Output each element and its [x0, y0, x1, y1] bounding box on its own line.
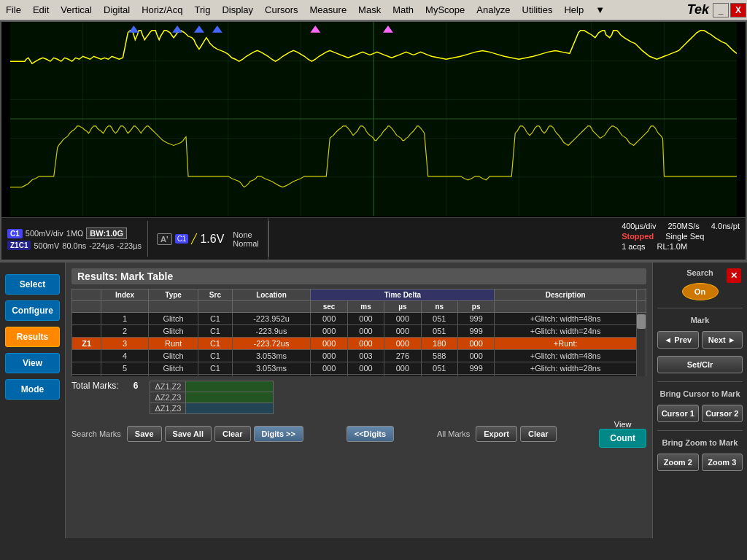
export-button[interactable]: Export — [476, 426, 517, 442]
mode-button[interactable]: Mode — [5, 379, 60, 400]
delta-table: ΔZ1,Z2 ΔZ2,Z3 ΔZ1,Z3 — [150, 381, 274, 414]
col-ns: ns — [421, 301, 457, 313]
trigger-level: 1.6V — [200, 233, 224, 246]
z1c1-val3: -224µs — [89, 241, 114, 250]
row1-ps: 999 — [457, 313, 494, 325]
close-button[interactable]: X — [730, 3, 746, 18]
menu-cursors[interactable]: Cursors — [259, 3, 304, 17]
row1-type: Glitch — [148, 313, 198, 325]
row5-index: 5 — [101, 362, 149, 375]
zoom2-button[interactable]: Zoom 2 — [657, 454, 699, 471]
row5-ps: 999 — [457, 362, 494, 375]
trigger-status: A' C1 ╱ 1.6V None Normal — [148, 218, 268, 260]
row4-sec: 000 — [311, 350, 347, 362]
menu-help[interactable]: Help — [558, 3, 589, 17]
menu-edit[interactable]: Edit — [27, 3, 55, 17]
row1-sec: 000 — [311, 313, 347, 325]
results-title: Results: Mark Table — [71, 268, 646, 284]
z1c1-val2: 80.0ns — [62, 241, 86, 250]
row6-desc: +Runt: — [495, 375, 637, 377]
tek-logo: Tek — [687, 2, 709, 18]
row2-desc: +Glitch: width=24ns — [495, 325, 637, 338]
row6-index: 6 — [101, 375, 149, 377]
menu-measure[interactable]: Measure — [304, 3, 353, 17]
table-row-runt: Z1 3 Runt C1 -223.72us 000 000 000 180 0… — [72, 338, 646, 350]
mark-table-container[interactable]: Index Type Src Location Time Delta Descr… — [71, 289, 646, 376]
results-button[interactable]: Results — [5, 327, 60, 347]
menu-digital[interactable]: Digital — [98, 3, 136, 17]
search-marks-label: Search Marks — [71, 429, 121, 438]
select-button[interactable]: Select — [5, 274, 60, 295]
table-row: 4 Glitch C1 3.053ms 000 003 276 588 000 … — [72, 350, 646, 362]
next-button[interactable]: Next ► — [702, 331, 743, 349]
totals-area: Total Marks: 6 ΔZ1,Z2 ΔZ2,Z3 ΔZ1,Z3 — [71, 381, 646, 414]
row2-ps: 999 — [457, 325, 494, 338]
close-panel-button[interactable]: ✕ — [727, 268, 741, 283]
pts-label: 4.0ns/pt — [711, 222, 740, 230]
row6-src: C1 — [198, 375, 232, 377]
cursor2-button[interactable]: Cursor 2 — [702, 405, 743, 422]
zoom3-button[interactable]: Zoom 3 — [702, 454, 743, 471]
menu-dropdown[interactable]: ▼ — [589, 3, 611, 17]
row3-index: 3 — [101, 338, 149, 350]
row6-us: 000 — [384, 375, 421, 377]
menu-vertical[interactable]: Vertical — [55, 3, 98, 17]
c1-small: C1 — [175, 234, 189, 244]
cursor1-button[interactable]: Cursor 1 — [657, 405, 699, 422]
trigger-normal: Normal — [233, 239, 258, 248]
col-ms: ms — [347, 301, 384, 313]
row1-ms: 000 — [347, 313, 384, 325]
search-on-button[interactable]: On — [682, 283, 719, 300]
table-row: 5 Glitch C1 3.053ms 000 000 000 051 999 … — [72, 362, 646, 375]
ch1-badge: C1 — [7, 229, 23, 238]
zoom-buttons-group: Zoom 2 Zoom 3 — [657, 453, 743, 472]
menu-myscope[interactable]: MyScope — [419, 3, 471, 17]
row4-ns: 588 — [421, 350, 457, 362]
prev-button[interactable]: ◄ Prev — [657, 331, 699, 349]
row2-index: 2 — [101, 325, 149, 338]
row5-src: C1 — [198, 362, 232, 375]
digits-right-button[interactable]: Digits >> — [254, 426, 303, 442]
menu-horiz-acq[interactable]: Horiz/Acq — [136, 3, 188, 17]
row3-ms: 000 — [347, 338, 384, 350]
row1-ns: 051 — [421, 313, 457, 325]
menu-math[interactable]: Math — [387, 3, 419, 17]
row4-location: 3.053ms — [232, 350, 311, 362]
timebase-status: 400µs/div 250MS/s 4.0ns/pt Stopped Singl… — [616, 218, 746, 260]
col-z1-sub — [72, 301, 101, 313]
row4-index: 4 — [101, 350, 149, 362]
col-index: Index — [101, 289, 149, 301]
delta-row: ΔZ1,Z3 — [150, 403, 274, 414]
digits-left-button[interactable]: <<Digits — [347, 426, 394, 442]
delta-z2z3-label: ΔZ2,Z3 — [150, 392, 186, 403]
menu-analyze[interactable]: Analyze — [471, 3, 516, 17]
row4-ms: 003 — [347, 350, 384, 362]
configure-button[interactable]: Configure — [5, 300, 60, 321]
clear-all-button[interactable]: Clear — [520, 426, 557, 442]
scope-status: C1 500mV/div 1MΩ BW:1.0G Z1C1 500mV 80.0… — [1, 217, 746, 260]
mark-section-title: Mark — [657, 316, 743, 324]
menu-display[interactable]: Display — [216, 3, 259, 17]
menu-utilities[interactable]: Utilities — [516, 3, 559, 17]
count-button[interactable]: Count — [599, 429, 646, 448]
menubar: File Edit Vertical Digital Horiz/Acq Tri… — [0, 0, 747, 20]
row1-location: -223.952u — [232, 313, 311, 325]
a-badge: A' — [157, 233, 172, 245]
minimize-button[interactable]: _ — [713, 3, 729, 18]
z1c1-badge: Z1C1 — [7, 241, 31, 250]
row5-location: 3.053ms — [232, 362, 311, 375]
row6-type: Runt — [148, 375, 198, 377]
menu-trig[interactable]: Trig — [188, 3, 216, 17]
view-button[interactable]: View — [5, 353, 60, 373]
save-all-button[interactable]: Save All — [165, 426, 212, 442]
menu-file[interactable]: File — [0, 3, 27, 17]
clear-search-button[interactable]: Clear — [214, 426, 251, 442]
row2-sec: 000 — [311, 325, 347, 338]
save-button[interactable]: Save — [127, 426, 162, 442]
ch1-status: C1 500mV/div 1MΩ BW:1.0G Z1C1 500mV 80.0… — [1, 218, 147, 260]
set-clr-button[interactable]: Set/Clr — [657, 356, 743, 373]
z1c1-val1: 500mV — [34, 241, 59, 250]
menu-mask[interactable]: Mask — [352, 3, 387, 17]
row3-ns: 180 — [421, 338, 457, 350]
col-type: Type — [148, 289, 198, 301]
